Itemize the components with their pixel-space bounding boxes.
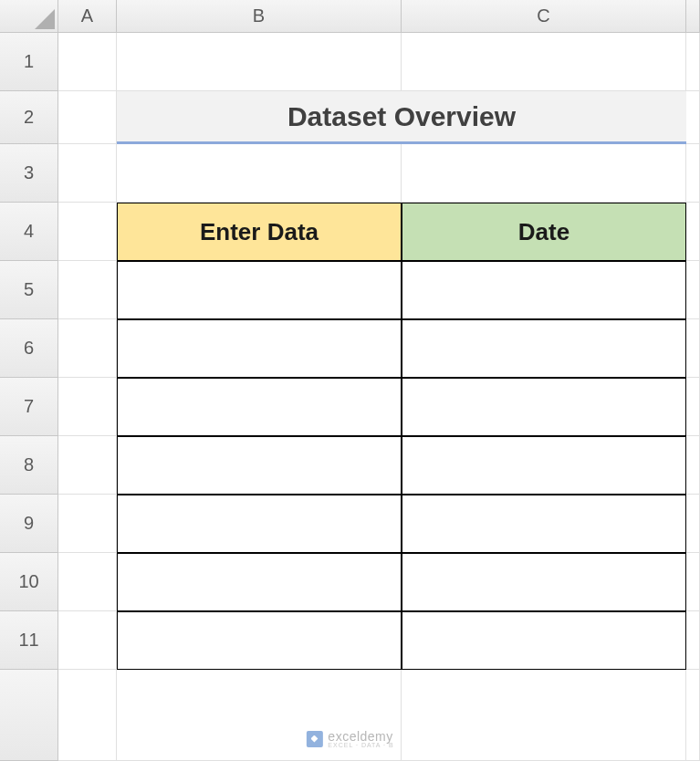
column-header-partial[interactable] [686,0,700,33]
header-date[interactable]: Date [402,203,686,261]
row-header-9[interactable]: 9 [0,495,58,553]
cell-a5[interactable] [58,261,117,319]
cell-d5[interactable] [686,261,700,319]
cell-c1[interactable] [402,33,686,91]
cell-a7[interactable] [58,378,117,436]
cell-b5[interactable] [117,261,402,319]
row-header-2[interactable]: 2 [0,91,58,144]
row-header-1[interactable]: 1 [0,33,58,91]
cell-d11[interactable] [686,611,700,670]
cell-b7[interactable] [117,378,402,436]
cell-d3[interactable] [686,144,700,203]
cell-d9[interactable] [686,495,700,553]
cell-a1[interactable] [58,33,117,91]
cell-c10[interactable] [402,553,686,611]
row-header-12[interactable] [0,670,58,761]
title-cell[interactable]: Dataset Overview [117,91,686,144]
cell-a4[interactable] [58,203,117,261]
watermark-subtext: EXCEL · DATA · B [328,742,393,748]
cell-c8[interactable] [402,436,686,495]
column-header-a[interactable]: A [58,0,117,33]
cell-d4[interactable] [686,203,700,261]
row-header-11[interactable]: 11 [0,611,58,670]
cell-d6[interactable] [686,319,700,378]
cell-d7[interactable] [686,378,700,436]
cell-b6[interactable] [117,319,402,378]
cell-c7[interactable] [402,378,686,436]
cell-b3[interactable] [117,144,402,203]
cell-b1[interactable] [117,33,402,91]
cell-c9[interactable] [402,495,686,553]
row-header-4[interactable]: 4 [0,203,58,261]
cell-d8[interactable] [686,436,700,495]
column-header-c[interactable]: C [402,0,686,33]
cell-b10[interactable] [117,553,402,611]
cell-c12[interactable] [402,670,686,761]
row-header-6[interactable]: 6 [0,319,58,378]
cell-c11[interactable] [402,611,686,670]
cell-b11[interactable] [117,611,402,670]
cell-d2[interactable] [686,91,700,144]
watermark: exceldemy EXCEL · DATA · B [306,729,393,748]
spreadsheet-grid: A B C 1 2 Dataset Overview 3 4 Enter Dat… [0,0,700,761]
row-header-3[interactable]: 3 [0,144,58,203]
select-all-corner[interactable] [0,0,58,33]
row-header-10[interactable]: 10 [0,553,58,611]
cell-a3[interactable] [58,144,117,203]
cell-a10[interactable] [58,553,117,611]
cell-a11[interactable] [58,611,117,670]
watermark-icon [306,731,322,747]
cell-c5[interactable] [402,261,686,319]
row-header-5[interactable]: 5 [0,261,58,319]
cell-b9[interactable] [117,495,402,553]
cell-a9[interactable] [58,495,117,553]
cell-a12[interactable] [58,670,117,761]
row-header-7[interactable]: 7 [0,378,58,436]
cell-d10[interactable] [686,553,700,611]
cell-a8[interactable] [58,436,117,495]
header-enter-data[interactable]: Enter Data [117,203,402,261]
cell-b8[interactable] [117,436,402,495]
cell-d1[interactable] [686,33,700,91]
cell-d12[interactable] [686,670,700,761]
cell-a2[interactable] [58,91,117,144]
cell-c3[interactable] [402,144,686,203]
cell-c6[interactable] [402,319,686,378]
row-header-8[interactable]: 8 [0,436,58,495]
cell-a6[interactable] [58,319,117,378]
column-header-b[interactable]: B [117,0,402,33]
